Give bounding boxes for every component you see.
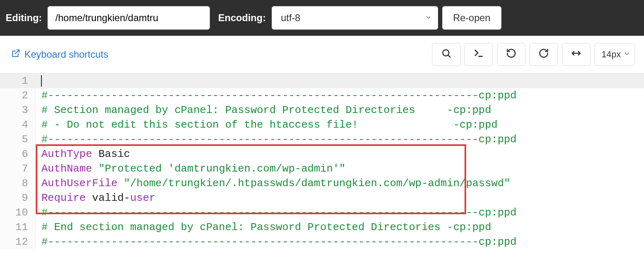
code-editor[interactable]: 12#-------------------------------------…	[0, 74, 644, 249]
code-line[interactable]: 8AuthUserFile "/home/trungkien/.htpasswd…	[0, 176, 644, 191]
code-token: user	[130, 192, 155, 204]
code-token	[92, 163, 99, 175]
code-token: #---------------------------------------…	[41, 207, 516, 219]
reopen-label: Re-open	[453, 12, 491, 24]
line-number: 10	[0, 205, 36, 220]
keyboard-shortcuts-link[interactable]: Keyboard shortcuts	[11, 49, 108, 60]
wrap-toggle-button[interactable]	[562, 43, 590, 66]
reopen-button[interactable]: Re-open	[442, 6, 501, 30]
line-number: 5	[0, 132, 36, 147]
code-token: Basic	[92, 148, 130, 160]
code-token: # - Do not edit this section of the htac…	[41, 119, 497, 131]
code-content[interactable]: AuthUserFile "/home/trungkien/.htpasswds…	[36, 176, 644, 191]
code-line[interactable]: 5#--------------------------------------…	[0, 132, 644, 147]
search-button[interactable]	[432, 43, 460, 66]
code-token: valid-	[86, 192, 130, 204]
code-token: AuthType	[41, 148, 92, 160]
code-token	[117, 177, 124, 189]
undo-icon	[506, 48, 516, 61]
code-token: # Section managed by cPanel: Password Pr…	[41, 104, 491, 116]
terminal-button[interactable]	[465, 43, 493, 66]
code-content[interactable]: #---------------------------------------…	[36, 205, 644, 220]
text-cursor	[41, 75, 42, 87]
line-number: 6	[0, 147, 36, 161]
chevron-down-icon	[425, 12, 432, 24]
code-line[interactable]: 10#-------------------------------------…	[0, 205, 644, 220]
code-line[interactable]: 6AuthType Basic	[0, 147, 644, 161]
code-content[interactable]: # - Do not edit this section of the htac…	[36, 117, 644, 132]
editor-toolbar: Keyboard shortcuts	[0, 36, 644, 74]
code-token: Require	[41, 192, 86, 204]
code-line[interactable]: 12#-------------------------------------…	[0, 235, 644, 249]
encoding-label: Encoding:	[218, 12, 266, 24]
line-number: 12	[0, 235, 36, 249]
code-line[interactable]: 3# Section managed by cPanel: Password P…	[0, 103, 644, 117]
chevron-down-icon	[623, 49, 631, 60]
line-number: 2	[0, 88, 36, 103]
editing-label: Editing:	[6, 12, 42, 24]
code-token: "Protected 'damtrungkien.com/wp-admin'"	[98, 163, 346, 175]
svg-line-0	[15, 50, 19, 54]
editor-topbar: Editing: Encoding: utf-8 Re-open	[0, 0, 644, 36]
redo-button[interactable]	[529, 43, 558, 66]
code-line[interactable]: 9Require valid-user	[0, 191, 644, 205]
code-content[interactable]: # Section managed by cPanel: Password Pr…	[36, 103, 644, 117]
search-icon	[441, 48, 452, 61]
line-number: 3	[0, 103, 36, 117]
code-content[interactable]: #---------------------------------------…	[36, 88, 644, 103]
code-token: AuthUserFile	[41, 177, 117, 189]
encoding-value: utf-8	[281, 12, 300, 24]
code-line[interactable]: 2#--------------------------------------…	[0, 88, 644, 103]
code-content[interactable]	[36, 74, 644, 88]
code-token: AuthName	[41, 163, 92, 175]
line-number: 7	[0, 161, 36, 176]
line-number: 11	[0, 220, 36, 235]
line-number: 8	[0, 176, 36, 191]
terminal-icon	[473, 48, 484, 61]
line-number: 4	[0, 117, 36, 132]
code-token: #---------------------------------------…	[41, 133, 516, 146]
code-line[interactable]: 1	[0, 74, 644, 88]
code-line[interactable]: 11# End section managed by cPanel: Passw…	[0, 220, 644, 235]
code-content[interactable]: AuthName "Protected 'damtrungkien.com/wp…	[36, 161, 644, 176]
code-token: "/home/trungkien/.htpasswds/damtrungkien…	[124, 177, 510, 189]
code-content[interactable]: #---------------------------------------…	[36, 132, 644, 147]
encoding-select[interactable]: utf-8	[272, 6, 438, 30]
svg-line-2	[448, 55, 450, 57]
file-path-input[interactable]	[48, 6, 210, 30]
code-content[interactable]: # End section managed by cPanel: Passwor…	[36, 220, 644, 235]
code-content[interactable]: AuthType Basic	[36, 147, 644, 161]
horizontal-arrows-icon	[571, 48, 581, 61]
redo-icon	[538, 48, 549, 61]
code-token: # End section managed by cPanel: Passwor…	[41, 221, 491, 233]
font-size-value: 14px	[601, 49, 621, 60]
code-content[interactable]: Require valid-user	[36, 191, 644, 205]
code-token: #---------------------------------------…	[41, 236, 516, 248]
line-number: 9	[0, 191, 36, 205]
encoding-group: Encoding: utf-8	[218, 6, 438, 30]
line-number: 1	[0, 74, 36, 88]
code-line[interactable]: 7AuthName "Protected 'damtrungkien.com/w…	[0, 161, 644, 176]
toolbar-buttons: 14px	[432, 43, 635, 66]
code-content[interactable]: #---------------------------------------…	[36, 235, 644, 249]
code-token: #---------------------------------------…	[41, 89, 516, 102]
font-size-select[interactable]: 14px	[594, 43, 635, 66]
undo-button[interactable]	[497, 43, 525, 66]
keyboard-shortcuts-label: Keyboard shortcuts	[24, 49, 108, 60]
external-link-icon	[11, 49, 20, 60]
code-line[interactable]: 4# - Do not edit this section of the hta…	[0, 117, 644, 132]
